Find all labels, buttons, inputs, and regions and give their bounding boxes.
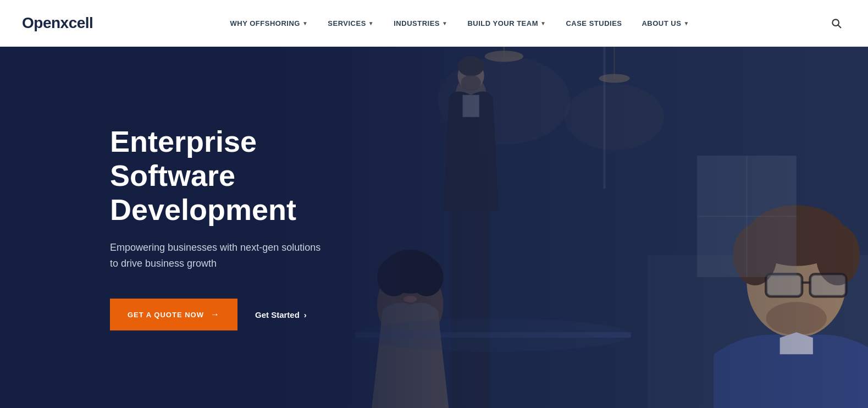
chevron-down-icon: ▼ [368,20,374,26]
nav-item-why-offshoring[interactable]: WHY OFFSHORING▼ [223,15,316,32]
brand-name: Openxcell [22,14,93,31]
header: Openxcell WHY OFFSHORING▼SERVICES▼INDUST… [0,0,868,47]
nav-item-build-team[interactable]: BUILD YOUR TEAM▼ [460,15,554,32]
nav-item-services[interactable]: SERVICES▼ [320,15,382,32]
search-icon[interactable] [826,13,846,33]
get-quote-button[interactable]: GET A QUOTE NOW → [110,299,237,330]
hero-subtitle: Empowering businesses with next-gen solu… [110,240,385,272]
nav-item-industries[interactable]: INDUSTRIES▼ [386,15,455,32]
arrow-icon: → [211,310,220,319]
chevron-down-icon: ▼ [442,20,447,26]
nav-label-industries: INDUSTRIES [394,19,440,27]
main-nav: WHY OFFSHORING▼SERVICES▼INDUSTRIES▼BUILD… [223,15,697,32]
hero-actions: GET A QUOTE NOW → Get Started › [110,299,385,330]
get-started-button[interactable]: Get Started › [255,310,307,319]
nav-label-why-offshoring: WHY OFFSHORING [230,19,300,27]
nav-label-services: SERVICES [328,19,366,27]
chevron-right-icon: › [304,310,307,319]
hero-section: Enterprise Software Development Empoweri… [0,47,868,408]
nav-item-case-studies[interactable]: CASE STUDIES [558,15,629,32]
chevron-down-icon: ▼ [540,20,546,26]
nav-item-about-us[interactable]: ABOUT US▼ [634,15,696,32]
hero-content: Enterprise Software Development Empoweri… [0,124,385,331]
chevron-down-icon: ▼ [302,20,308,26]
nav-label-build-team: BUILD YOUR TEAM [467,19,538,27]
brand-logo[interactable]: Openxcell [22,14,93,32]
chevron-down-icon: ▼ [683,20,689,26]
nav-label-about-us: ABOUT US [642,19,681,27]
svg-line-1 [838,25,841,27]
svg-point-0 [832,19,839,26]
hero-title: Enterprise Software Development [110,124,385,227]
nav-label-case-studies: CASE STUDIES [566,19,622,27]
